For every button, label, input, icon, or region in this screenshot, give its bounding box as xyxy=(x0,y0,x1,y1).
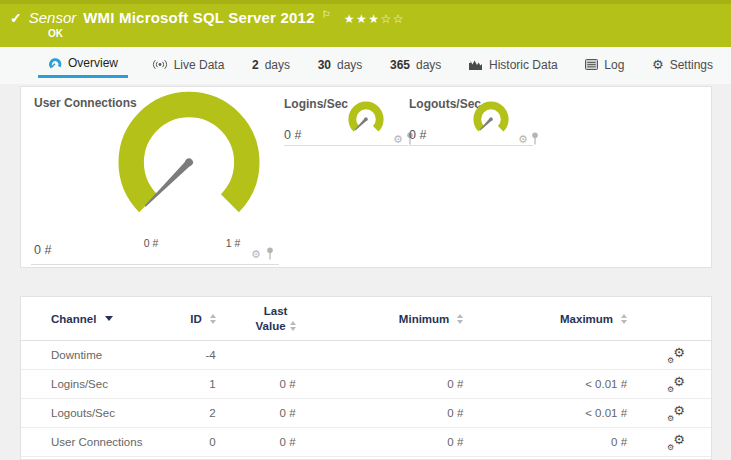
sensor-kind-label: Sensor xyxy=(29,9,77,26)
divider xyxy=(284,145,408,146)
cell-channel: User Connections xyxy=(51,436,171,448)
cell-channel: Downtime xyxy=(51,349,171,361)
divider xyxy=(409,145,533,146)
gauge-icon xyxy=(48,57,62,70)
pin-icon[interactable] xyxy=(531,132,539,145)
table-row: Logouts/Sec 2 0 # 0 # < 0.01 # ⚙⚙ xyxy=(21,399,711,428)
sort-desc-icon xyxy=(105,316,113,321)
channel-settings-icon[interactable]: ⚙⚙ xyxy=(667,347,685,364)
cell-maximum: 0 # xyxy=(463,436,627,448)
table-row: Logins/Sec 1 0 # 0 # < 0.01 # ⚙⚙ xyxy=(21,370,711,399)
channel-settings-icon[interactable]: ⚙⚙ xyxy=(667,405,685,422)
gauge-scale-max: 1 # xyxy=(213,237,253,249)
divider xyxy=(31,264,279,265)
gauges-panel: User Connections 0 # 1 # 0 # ⚙ Logins/Se… xyxy=(20,86,712,268)
column-header-id[interactable]: ID xyxy=(171,313,216,325)
logouts-gauge xyxy=(468,100,514,142)
gauge-settings-gear-icon[interactable]: ⚙ xyxy=(251,249,261,260)
flag-icon: ⚐ xyxy=(322,9,331,20)
tab-settings[interactable]: ⚙ Settings xyxy=(648,51,717,78)
cell-id: -4 xyxy=(171,349,216,361)
tab-2-days-number: 2 xyxy=(252,58,259,72)
cell-last-value: 0 # xyxy=(216,378,296,390)
channel-settings-icon[interactable]: ⚙⚙ xyxy=(667,434,685,451)
cell-minimum: 0 # xyxy=(296,378,464,390)
tab-settings-label: Settings xyxy=(670,58,713,72)
tab-historic-data-label: Historic Data xyxy=(489,58,558,72)
cell-channel: Logouts/Sec xyxy=(51,407,171,419)
tab-log-label: Log xyxy=(604,58,624,72)
logins-value: 0 # xyxy=(284,128,301,142)
cell-maximum: < 0.01 # xyxy=(463,378,627,390)
channel-table-header: Channel ID Last Value Minimum Maximum xyxy=(21,297,711,341)
table-row: User Connections 0 0 # 0 # 0 # ⚙⚙ xyxy=(21,428,711,457)
status-ok-check-icon: ✓ xyxy=(10,10,22,26)
logouts-value: 0 # xyxy=(409,128,426,142)
cell-minimum: 0 # xyxy=(296,436,464,448)
cell-minimum: 0 # xyxy=(296,407,464,419)
priority-stars[interactable]: ★★★☆☆ xyxy=(344,12,405,26)
cell-channel: Logins/Sec xyxy=(51,378,171,390)
cell-last-value: 0 # xyxy=(216,407,296,419)
tab-live-data-label: Live Data xyxy=(174,58,225,72)
cell-id: 2 xyxy=(171,407,216,419)
column-header-maximum[interactable]: Maximum xyxy=(463,313,627,325)
tab-365-days[interactable]: 365 days xyxy=(386,51,445,78)
gear-icon: ⚙ xyxy=(652,58,664,71)
cell-last-value: 0 # xyxy=(216,436,296,448)
tab-bar: Overview Live Data 2 days 30 days 365 da… xyxy=(0,47,731,84)
tab-365-days-number: 365 xyxy=(390,58,410,72)
channel-table-panel: Channel ID Last Value Minimum Maximum xyxy=(20,296,712,460)
gauge-title-logins: Logins/Sec xyxy=(284,97,348,111)
tab-30-days-number: 30 xyxy=(318,58,331,72)
sensor-header: ✓ Sensor WMI Microsoft SQL Server 2012 ⚐… xyxy=(0,0,731,47)
sensor-title: WMI Microsoft SQL Server 2012 xyxy=(83,9,314,26)
tab-log[interactable]: Log xyxy=(581,51,628,78)
tab-live-data[interactable]: Live Data xyxy=(148,51,229,78)
channel-settings-icon[interactable]: ⚙⚙ xyxy=(667,376,685,393)
tab-2-days-label: days xyxy=(265,58,290,72)
tab-30-days-label: days xyxy=(337,58,362,72)
cell-id: 0 xyxy=(171,436,216,448)
tab-overview[interactable]: Overview xyxy=(38,51,128,78)
area-chart-icon xyxy=(469,59,483,71)
pin-icon[interactable] xyxy=(266,247,274,260)
tab-2-days[interactable]: 2 days xyxy=(248,51,294,78)
user-connections-value: 0 # xyxy=(34,243,51,257)
cell-id: 1 xyxy=(171,378,216,390)
column-header-channel[interactable]: Channel xyxy=(51,313,171,325)
log-list-icon xyxy=(585,59,598,70)
tab-365-days-label: days xyxy=(416,58,441,72)
gauge-settings-gear-icon[interactable]: ⚙ xyxy=(393,134,403,145)
user-connections-gauge xyxy=(109,89,269,230)
gauge-settings-gear-icon[interactable]: ⚙ xyxy=(518,134,528,145)
sort-icons xyxy=(621,314,627,324)
column-header-last-value[interactable]: Last Value xyxy=(216,304,296,333)
logins-gauge xyxy=(343,100,389,142)
tab-30-days[interactable]: 30 days xyxy=(314,51,367,78)
tab-historic-data[interactable]: Historic Data xyxy=(465,51,562,78)
cell-maximum: < 0.01 # xyxy=(463,407,627,419)
column-header-minimum[interactable]: Minimum xyxy=(296,313,464,325)
tab-overview-label: Overview xyxy=(68,56,118,70)
broadcast-icon xyxy=(152,59,168,70)
gauge-scale-min: 0 # xyxy=(131,237,171,249)
table-row: Downtime -4 ⚙⚙ xyxy=(21,341,711,370)
status-badge: OK xyxy=(48,28,731,39)
